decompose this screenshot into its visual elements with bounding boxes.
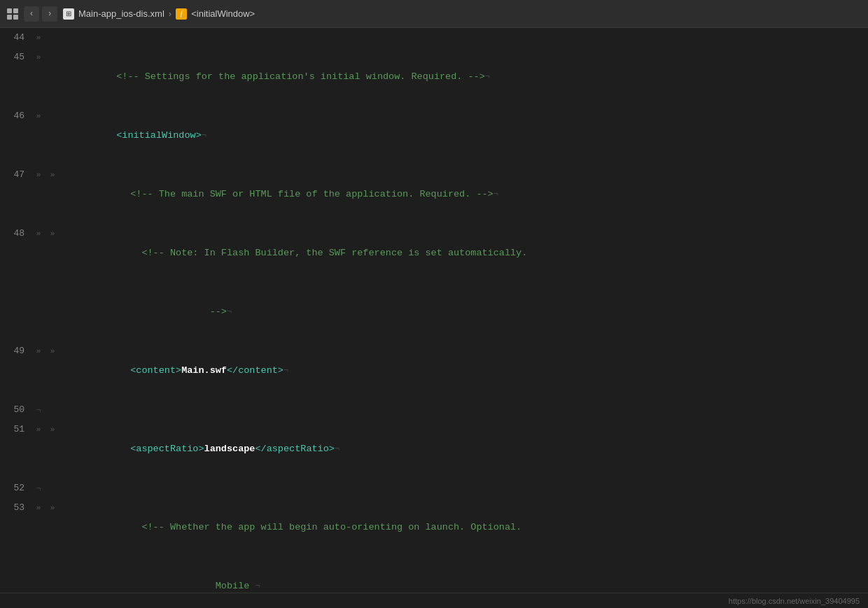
nav-back-button[interactable]: ‹ xyxy=(24,6,39,22)
gutter-empty xyxy=(31,283,46,341)
gutter-arrow: » xyxy=(31,498,46,557)
line-number: 47 xyxy=(0,165,31,185)
line-number: 45 xyxy=(0,48,31,67)
breadcrumb-sep1: › xyxy=(169,8,172,19)
gutter-arrow2: » xyxy=(46,498,59,557)
nav-forward-button[interactable]: › xyxy=(42,6,57,22)
gutter-arrow2: » xyxy=(46,165,59,185)
gutter-arrow2: » xyxy=(46,420,59,439)
table-row: 46 » <initialWindow>¬ xyxy=(0,106,868,165)
breadcrumb: ⊞ Main-app_ios-dis.xml › f <initialWindo… xyxy=(63,8,255,20)
titlebar: ‹ › ⊞ Main-app_ios-dis.xml › f <initialW… xyxy=(0,0,868,28)
gutter-arrow2: » xyxy=(46,224,59,283)
line-number: 48 xyxy=(0,224,31,283)
gutter-arrow: » xyxy=(31,341,46,361)
table-row: 45 » <!-- Settings for the application's… xyxy=(0,48,868,106)
gutter-arrow: » xyxy=(31,106,46,126)
table-row: 53 » » <!-- Whether the app will begin a… xyxy=(0,498,868,593)
status-url: https://blog.csdn.net/weixin_39404995 xyxy=(729,597,860,605)
func-icon: f xyxy=(176,8,187,20)
table-row: 47 » » <!-- The main SWF or HTML file of… xyxy=(0,165,868,224)
table-row: 44 » xyxy=(0,28,868,48)
line-number: 46 xyxy=(0,106,31,126)
breadcrumb-file: Main-app_ios-dis.xml xyxy=(78,8,164,19)
line-number: 44 xyxy=(0,28,31,48)
line-number: 53 xyxy=(0,498,31,557)
code-area[interactable]: 44 » 45 » <!-- Settings for the applicat… xyxy=(0,28,868,593)
code-content-wrap: -->¬ xyxy=(59,283,868,341)
gutter-arrow: » xyxy=(31,165,46,185)
code-content-wrap: Mobile ¬ xyxy=(59,557,868,593)
editor: 44 » 45 » <!-- Settings for the applicat… xyxy=(0,28,868,608)
gutter-empty xyxy=(31,557,46,593)
line-number: 48 xyxy=(0,283,31,341)
table-row: 49 » » <content>Main.swf</content>¬ xyxy=(0,341,868,400)
file-icon: ⊞ xyxy=(63,8,74,20)
line-number: 53 xyxy=(0,557,31,593)
gutter-pilcrow: ¬ xyxy=(31,479,46,498)
gutter-pilcrow: ¬ xyxy=(31,400,46,420)
code-content: <content>Main.swf</content>¬ xyxy=(59,341,868,400)
gutter-arrow2: » xyxy=(46,341,59,361)
code-content: <!-- Whether the app will begin auto-ori… xyxy=(59,498,868,557)
line-number: 49 xyxy=(0,341,31,361)
code-content: <!-- Settings for the application's init… xyxy=(46,48,868,106)
gutter-arrow: » xyxy=(31,420,46,439)
grid-icon xyxy=(7,8,18,20)
gutter-empty2 xyxy=(46,557,59,593)
table-row: 51 » » <aspectRatio>landscape</aspectRat… xyxy=(0,420,868,479)
breadcrumb-func: <initialWindow> xyxy=(191,8,255,19)
gutter-arrow: » xyxy=(31,28,46,48)
line-number: 50 xyxy=(0,400,31,420)
nav-buttons: ‹ › xyxy=(24,6,57,22)
gutter-arrow: » xyxy=(31,48,46,67)
code-content: <aspectRatio>landscape</aspectRatio>¬ xyxy=(59,420,868,479)
code-content: <!-- The main SWF or HTML file of the ap… xyxy=(59,165,868,224)
code-content: <!-- Note: In Flash Builder, the SWF ref… xyxy=(59,224,868,283)
code-content: <initialWindow>¬ xyxy=(46,106,868,165)
line-number: 52 xyxy=(0,479,31,498)
status-bar: https://blog.csdn.net/weixin_39404995 xyxy=(0,593,868,608)
table-row: 50 ¬ xyxy=(0,400,868,420)
gutter-arrow: » xyxy=(31,224,46,283)
table-row: 48 » » <!-- Note: In Flash Builder, the … xyxy=(0,224,868,341)
gutter-empty2 xyxy=(46,283,59,341)
table-row: 52 ¬ xyxy=(0,479,868,498)
line-number: 51 xyxy=(0,420,31,439)
